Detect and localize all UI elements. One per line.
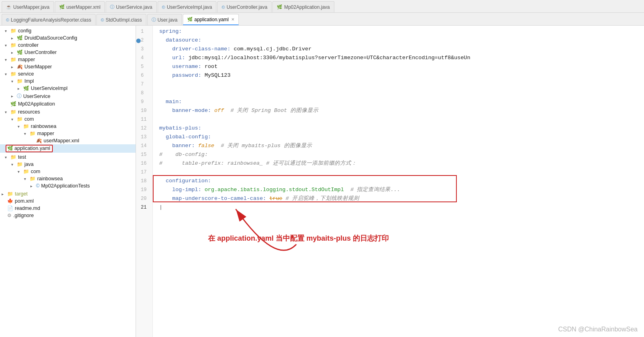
code-line-17 — [159, 168, 644, 177]
expand-arrow — [24, 177, 29, 181]
git-icon: ⚙ — [7, 213, 12, 218]
tree-item-test[interactable]: 📁 test — [0, 154, 136, 161]
tree-item-mp02application[interactable]: 🌿 Mp02Application — [0, 100, 136, 108]
tab-mp02application-java[interactable]: 🌿 Mp02Application.java — [272, 1, 334, 12]
interface-icon2: ⓘ — [152, 17, 156, 23]
expand-arrow — [2, 192, 6, 196]
code-line-20: map-underscore-to-camel-case: true # 开启驼… — [159, 194, 644, 203]
class-icon3: © — [6, 18, 9, 22]
expand-arrow — [5, 29, 10, 33]
tree-item-test-rainbowsea[interactable]: 📁 rainbowsea — [0, 175, 136, 182]
code-line-7 — [159, 80, 644, 89]
code-line-6: password: MySQL123 — [159, 71, 644, 80]
expand-arrow — [5, 155, 10, 160]
yaml-icon2: 🌿 — [7, 146, 13, 151]
tab-user-java[interactable]: ⓘ User.java — [147, 14, 182, 25]
tree-item-target[interactable]: 📁 target — [0, 190, 136, 197]
tree-label: mapper — [37, 131, 54, 136]
code-line-3: driver-class-name: com.mysql.cj.jdbc.Dri… — [159, 45, 644, 54]
tree-item-usermapper-xml[interactable]: 🍂 userMapper.xml — [0, 137, 136, 144]
folder-icon5: 📁 — [17, 78, 23, 84]
linenum-4: 4 — [141, 54, 147, 62]
tree-item-service[interactable]: 📁 service — [0, 70, 136, 78]
spring-icon: 🌿 — [277, 4, 282, 10]
class-icon2: © — [222, 5, 225, 10]
code-line-15: # db-config: — [159, 150, 644, 159]
linenum-3: 3 — [141, 45, 147, 54]
tree-item-pom[interactable]: 🍁 pom.xml — [0, 197, 136, 205]
tree-label: test — [18, 154, 26, 160]
tree-item-usermapper[interactable]: 🍂 UserMapper — [0, 63, 136, 70]
code-line-9: main: — [159, 98, 644, 106]
editor-area[interactable]: 1 ⬤2 3 4 5 6 7 8 9 10 11 12 13 14 15 16 — [136, 26, 644, 337]
tree-item-userservice[interactable]: ⓘ UserService — [0, 92, 136, 100]
folder-icon9: 📁 — [30, 131, 36, 136]
project-tree[interactable]: 📁 config 🌿 DruidDataSourceConfig 📁 contr… — [0, 26, 136, 337]
code-line-2: datasource: — [159, 36, 644, 45]
tree-item-resources[interactable]: 📁 resources — [0, 108, 136, 116]
tree-item-rainbowsea[interactable]: 📁 rainbowsea — [0, 123, 136, 130]
close-icon[interactable]: ✕ — [231, 17, 234, 22]
expand-arrow — [18, 169, 22, 174]
code-content[interactable]: spring: datasource: driver-class-name: c… — [153, 26, 644, 337]
code-line-8 — [159, 89, 644, 98]
tree-item-gitignore[interactable]: ⚙ .gitignore — [0, 212, 136, 219]
folder-icon8: 📁 — [23, 124, 29, 129]
folder-icon10: 📁 — [10, 154, 16, 160]
tree-label: DruidDataSourceConfig — [24, 35, 77, 41]
app-icon: 🌿 — [10, 101, 16, 107]
code-editor[interactable]: 1 ⬤2 3 4 5 6 7 8 9 10 11 12 13 14 15 16 — [136, 26, 644, 337]
tree-label-yaml: application.yaml — [14, 146, 50, 151]
tree-item-userserviceimpl[interactable]: 🌿 UserServiceImpl — [0, 85, 136, 92]
java-icon: ☕ — [6, 4, 12, 10]
code-line-10: banner-mode: off # 关闭 Spring Boot 的图像显示 — [159, 106, 644, 115]
tree-item-test-java[interactable]: 📁 java — [0, 161, 136, 168]
interface-icon: ⓘ — [110, 4, 114, 10]
tab-application-yaml[interactable]: 🌿 application.yaml ✕ — [183, 14, 239, 25]
linenum-2: 2 — [141, 36, 147, 45]
linenum-20: 20 — [141, 194, 150, 203]
tab-userserviceimpl-java[interactable]: © UserServiceImpl.java — [158, 1, 216, 12]
tree-label: service — [18, 71, 34, 77]
tree-item-com[interactable]: 📁 com — [0, 116, 136, 123]
code-line-1: spring: — [159, 27, 644, 36]
tree-item-readme[interactable]: 📄 readme.md — [0, 205, 136, 212]
linenum-10: 10 — [141, 106, 150, 115]
tree-item-controller[interactable]: 📁 controller — [0, 42, 136, 49]
tree-label: config — [18, 28, 31, 34]
pom-icon: 🍁 — [7, 198, 13, 204]
gutter-2: ⬤ — [136, 38, 141, 43]
tab-userservice-java[interactable]: ⓘ UserService.java — [106, 1, 157, 12]
test-icon: © — [36, 183, 40, 189]
tab-usercontroller-java[interactable]: © UserController.java — [217, 1, 272, 12]
tree-item-config[interactable]: 📁 config — [0, 27, 136, 34]
tree-item-usercontroller[interactable]: 🌿 UserController — [0, 49, 136, 56]
code-line-18: configuration: — [159, 177, 644, 185]
tab-stdoutimpl-class[interactable]: © StdOutImpl.class — [96, 14, 146, 25]
tree-item-mapper[interactable]: 📁 mapper — [0, 56, 136, 63]
tab-bar-row1: ☕ UserMapper.java 🌿 userMapper.xml ⓘ Use… — [0, 0, 644, 13]
spring-icon4: 🌿 — [23, 86, 29, 91]
tree-item-mp02tests[interactable]: © Mp02ApplicationTests — [0, 182, 136, 189]
tree-label: pom.xml — [15, 198, 34, 204]
class-icon: © — [162, 5, 165, 10]
tree-item-impl[interactable]: 📁 Impl — [0, 78, 136, 85]
tree-item-application-yaml[interactable]: 🌿 application.yaml — [0, 144, 136, 153]
tab-logging-class[interactable]: © LoggingFailureAnalysisReporter.class — [2, 14, 96, 25]
tree-label: Mp02ApplicationTests — [41, 183, 90, 189]
tree-label: UserMapper — [24, 64, 52, 70]
xml-icon2: 🍂 — [36, 138, 42, 144]
tab-usermapper-java[interactable]: ☕ UserMapper.java — [2, 1, 54, 12]
expand-arrow — [18, 124, 22, 129]
expand-arrow — [11, 65, 16, 69]
tree-label: com — [24, 116, 34, 122]
tree-item-druiddatasource[interactable]: 🌿 DruidDataSourceConfig — [0, 34, 136, 42]
expand-arrow — [11, 94, 16, 98]
tree-label: controller — [18, 42, 38, 48]
tree-item-test-com[interactable]: 📁 com — [0, 168, 136, 175]
tree-item-mapper-folder[interactable]: 📁 mapper — [0, 130, 136, 137]
tree-label: rainbowsea — [37, 176, 63, 181]
main-area: 📁 config 🌿 DruidDataSourceConfig 📁 contr… — [0, 26, 644, 337]
class-icon4: © — [101, 18, 104, 22]
tab-usermapper-xml[interactable]: 🌿 userMapper.xml — [55, 1, 105, 12]
